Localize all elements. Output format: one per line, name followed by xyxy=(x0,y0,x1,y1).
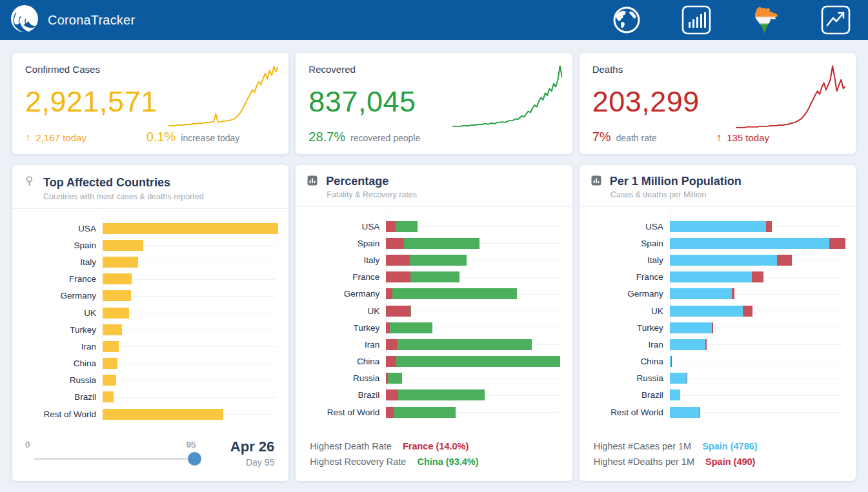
bar-segment[interactable] xyxy=(103,341,119,352)
bar-segment[interactable] xyxy=(670,221,767,232)
bar-segment[interactable] xyxy=(679,389,680,400)
bar-segment[interactable] xyxy=(386,389,398,400)
bar-segment[interactable] xyxy=(766,221,772,232)
bar-track[interactable] xyxy=(386,221,561,232)
bar-segment[interactable] xyxy=(390,322,432,333)
bar-track[interactable] xyxy=(670,255,845,266)
bar-segment[interactable] xyxy=(392,288,516,299)
chart-row: Turkey xyxy=(303,319,561,336)
bar-segment[interactable] xyxy=(670,322,712,333)
bar-segment[interactable] xyxy=(670,306,743,317)
bar-segment[interactable] xyxy=(103,358,117,369)
india-map-icon[interactable] xyxy=(751,5,782,35)
bar-segment[interactable] xyxy=(386,221,396,232)
bar-segment[interactable] xyxy=(404,238,479,249)
bar-segment[interactable] xyxy=(670,373,687,384)
bar-segment[interactable] xyxy=(386,306,410,317)
bar-track[interactable] xyxy=(670,288,845,299)
bar-segment[interactable] xyxy=(670,238,829,249)
bar-segment[interactable] xyxy=(103,391,114,402)
bar-segment[interactable] xyxy=(103,240,143,251)
bar-track[interactable] xyxy=(670,306,845,317)
bar-segment[interactable] xyxy=(670,255,778,266)
bar-segment[interactable] xyxy=(396,221,417,232)
bar-segment[interactable] xyxy=(103,324,122,335)
bar-track[interactable] xyxy=(670,407,845,418)
bar-track[interactable] xyxy=(670,238,845,249)
trending-up-icon[interactable] xyxy=(820,5,851,35)
bar-track[interactable] xyxy=(103,223,278,234)
bar-segment[interactable] xyxy=(103,273,132,284)
bar-segment[interactable] xyxy=(388,373,403,384)
bar-track[interactable] xyxy=(670,221,845,232)
bar-segment[interactable] xyxy=(386,407,394,418)
bar-track[interactable] xyxy=(386,271,561,282)
slider-track[interactable] xyxy=(34,458,196,460)
bar-segment[interactable] xyxy=(410,271,459,282)
bar-segment[interactable] xyxy=(386,238,404,249)
bar-segment[interactable] xyxy=(398,389,485,400)
bar-track[interactable] xyxy=(670,356,845,367)
bar-segment[interactable] xyxy=(103,375,116,386)
bar-segment[interactable] xyxy=(705,339,707,350)
bar-segment[interactable] xyxy=(712,322,713,333)
bar-segment[interactable] xyxy=(670,271,752,282)
bar-segment[interactable] xyxy=(700,407,700,418)
bar-track[interactable] xyxy=(103,409,278,420)
bar-track[interactable] xyxy=(103,324,278,335)
globe-icon[interactable] xyxy=(611,5,642,35)
bar-track[interactable] xyxy=(386,306,561,317)
bar-segment[interactable] xyxy=(394,407,455,418)
bar-track[interactable] xyxy=(386,373,561,384)
bar-track[interactable] xyxy=(103,308,278,319)
bar-track[interactable] xyxy=(103,240,278,251)
bar-track[interactable] xyxy=(386,255,561,266)
bar-track[interactable] xyxy=(670,389,845,400)
bar-track[interactable] xyxy=(386,389,561,400)
daily-delta: ↑2,167 today xyxy=(25,132,86,144)
bar-track[interactable] xyxy=(670,271,845,282)
slider-handle[interactable] xyxy=(188,452,201,466)
bar-segment[interactable] xyxy=(386,271,410,282)
bar-track[interactable] xyxy=(103,273,278,284)
bar-track[interactable] xyxy=(386,407,561,418)
bar-track[interactable] xyxy=(386,339,561,350)
bar-segment[interactable] xyxy=(410,255,467,266)
bar-segment[interactable] xyxy=(396,356,560,367)
bar-segment[interactable] xyxy=(743,306,752,317)
bar-track[interactable] xyxy=(103,257,278,268)
bar-segment[interactable] xyxy=(670,389,679,400)
bar-segment[interactable] xyxy=(103,290,131,301)
bar-track[interactable] xyxy=(386,356,561,367)
bar-segment[interactable] xyxy=(670,288,732,299)
bar-track[interactable] xyxy=(670,373,845,384)
bar-segment[interactable] xyxy=(670,407,700,418)
bar-track[interactable] xyxy=(103,290,278,301)
bar-segment[interactable] xyxy=(397,339,532,350)
bar-segment[interactable] xyxy=(829,238,845,249)
bar-track[interactable] xyxy=(386,288,561,299)
bar-segment[interactable] xyxy=(386,356,396,367)
bar-segment[interactable] xyxy=(103,257,138,268)
bar-track[interactable] xyxy=(386,322,561,333)
bar-segment[interactable] xyxy=(386,288,392,299)
brand[interactable]: CoronaTracker xyxy=(10,5,135,35)
bar-segment[interactable] xyxy=(103,308,129,319)
bar-segment[interactable] xyxy=(670,339,705,350)
bar-segment[interactable] xyxy=(732,288,734,299)
bar-segment[interactable] xyxy=(777,255,792,266)
bar-track[interactable] xyxy=(103,358,278,369)
bar-track[interactable] xyxy=(670,339,845,350)
bar-track[interactable] xyxy=(386,238,561,249)
bar-chart-icon[interactable] xyxy=(681,5,712,35)
bar-segment[interactable] xyxy=(386,339,396,350)
bar-segment[interactable] xyxy=(752,271,763,282)
bar-segment[interactable] xyxy=(410,306,411,317)
bar-track[interactable] xyxy=(103,341,278,352)
bar-segment[interactable] xyxy=(103,223,278,234)
bar-track[interactable] xyxy=(670,322,845,333)
bar-segment[interactable] xyxy=(103,409,223,420)
bar-track[interactable] xyxy=(103,391,278,402)
bar-segment[interactable] xyxy=(386,255,410,266)
bar-track[interactable] xyxy=(103,375,278,386)
